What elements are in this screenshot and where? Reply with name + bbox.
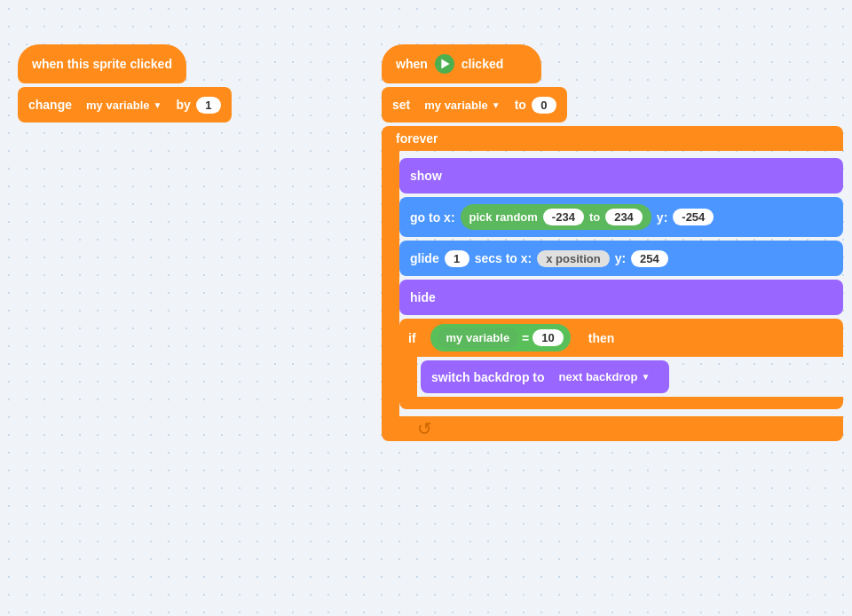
when-label: when xyxy=(396,57,428,71)
change-variable-block[interactable]: change my variable ▼ by 1 xyxy=(18,87,232,122)
dropdown-arrow-icon: ▼ xyxy=(492,100,501,110)
switch-backdrop-block[interactable]: switch backdrop to next backdrop ▼ xyxy=(421,360,669,393)
glide-block[interactable]: glide 1 secs to x: x position y: 254 xyxy=(399,241,843,276)
by-label: by xyxy=(176,98,190,112)
random-to-value[interactable]: 234 xyxy=(605,209,643,225)
if-body: switch backdrop to next backdrop ▼ xyxy=(399,357,843,397)
forever-label: forever xyxy=(382,126,843,151)
glide-y-label: y: xyxy=(615,251,626,265)
show-block[interactable]: show xyxy=(399,158,843,193)
glide-value[interactable]: 1 xyxy=(445,250,469,267)
x-position-label[interactable]: x position xyxy=(537,250,609,267)
hide-block[interactable]: hide xyxy=(399,280,843,315)
switch-backdrop-label: switch backdrop to xyxy=(431,370,545,384)
y-label: y: xyxy=(657,210,667,225)
if-condition: my variable = 10 xyxy=(425,319,576,357)
when-sprite-clicked-label: when this sprite clicked xyxy=(32,57,172,71)
pick-random-label: pick random xyxy=(469,210,538,224)
forever-body: show go to x: pick random -234 to 234 y:… xyxy=(382,151,843,416)
next-backdrop-dropdown[interactable]: next backdrop ▼ xyxy=(550,367,659,386)
dropdown-arrow-icon: ▼ xyxy=(154,100,162,110)
clicked-label: clicked xyxy=(462,57,503,71)
if-inner-blocks: switch backdrop to next backdrop ▼ xyxy=(417,357,673,397)
when-flag-clicked-hat[interactable]: when clicked xyxy=(382,44,541,83)
when-sprite-clicked-hat[interactable]: when this sprite clicked xyxy=(18,44,186,83)
green-flag-icon xyxy=(435,54,454,74)
variable-dropdown[interactable]: my variable ▼ xyxy=(77,96,170,115)
goto-label: go to x: xyxy=(410,210,455,225)
variable-reporter[interactable]: my variable xyxy=(438,328,519,348)
glide-label: glide xyxy=(410,251,439,265)
goto-block[interactable]: go to x: pick random -234 to 234 y: -254 xyxy=(399,197,843,237)
equals-symbol: = xyxy=(522,331,529,345)
equals-operator[interactable]: my variable = 10 xyxy=(430,324,571,351)
set-variable-block[interactable]: set my variable ▼ to 0 xyxy=(382,87,567,122)
to-value[interactable]: 0 xyxy=(532,97,556,114)
then-container: then xyxy=(576,319,843,357)
set-variable-dropdown[interactable]: my variable ▼ xyxy=(415,96,509,115)
hide-label: hide xyxy=(410,290,436,304)
change-label: change xyxy=(28,98,72,112)
by-value[interactable]: 1 xyxy=(196,97,221,114)
equals-value[interactable]: 10 xyxy=(532,329,563,346)
left-stack: when this sprite clicked change my varia… xyxy=(18,44,232,122)
forever-side-bar xyxy=(382,151,399,416)
to-label: to xyxy=(515,98,526,112)
repeat-arrow-icon: ↺ xyxy=(417,418,432,439)
forever-bottom: ↺ xyxy=(382,416,843,441)
if-label: if xyxy=(408,331,416,345)
to-label: to xyxy=(589,210,600,224)
forever-block: forever show go to x: pick random -234 t… xyxy=(382,126,843,441)
secs-to-x-label: secs to x: xyxy=(475,251,532,265)
if-block: if my variable = 10 then xyxy=(399,319,843,409)
if-side-bar xyxy=(399,357,417,397)
if-bottom xyxy=(399,397,843,409)
y-value[interactable]: -254 xyxy=(673,209,714,225)
set-label: set xyxy=(392,98,410,112)
random-from-value[interactable]: -234 xyxy=(543,209,584,225)
show-label: show xyxy=(410,169,442,183)
dropdown-arrow-icon: ▼ xyxy=(641,372,650,382)
pick-random-block[interactable]: pick random -234 to 234 xyxy=(461,204,651,230)
glide-y-value[interactable]: 254 xyxy=(631,250,668,267)
if-label-container: if xyxy=(399,319,425,357)
right-stack: when clicked set my variable ▼ to 0 fore… xyxy=(382,44,843,441)
forever-inner-blocks: show go to x: pick random -234 to 234 y:… xyxy=(399,151,843,416)
then-label: then xyxy=(588,331,615,345)
